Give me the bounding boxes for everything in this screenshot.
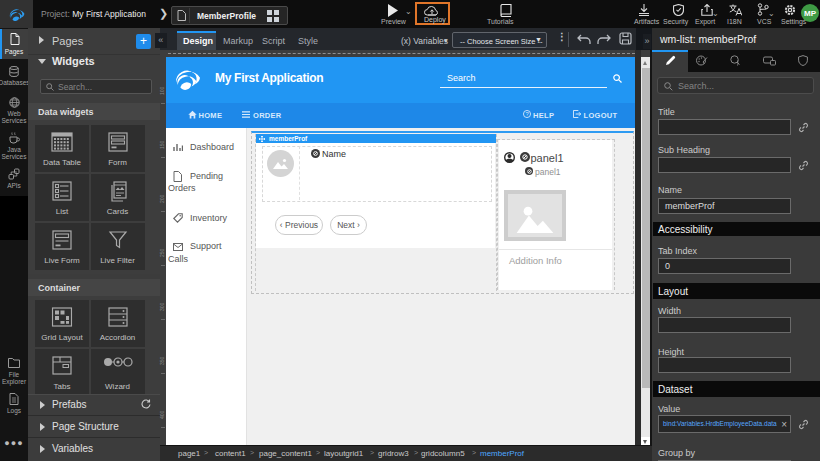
svg-text:?: ? (525, 111, 528, 117)
